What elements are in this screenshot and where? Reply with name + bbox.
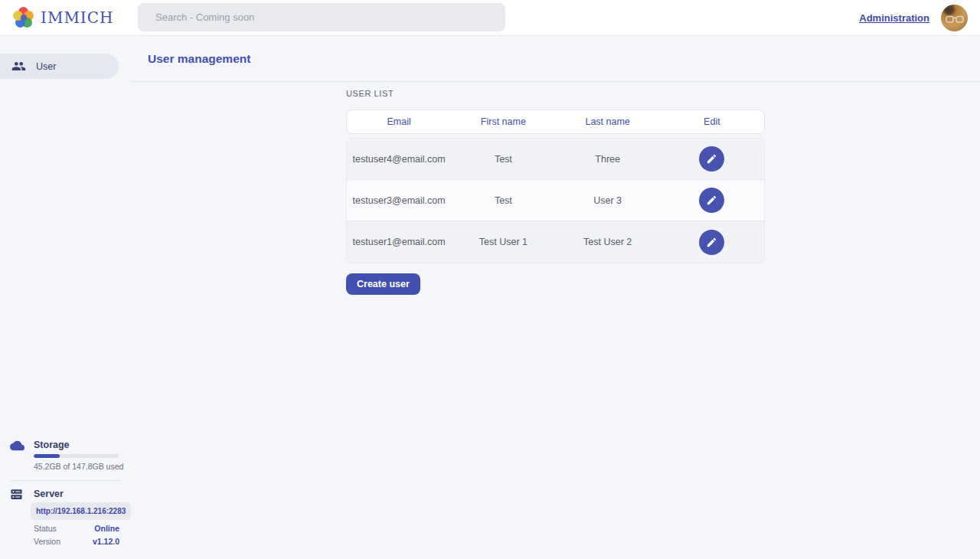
storage-progress-bar: [34, 454, 119, 458]
storage-progress-fill: [34, 454, 60, 458]
section-label: USER LIST: [346, 89, 394, 98]
user-email: testuser3@email.com: [347, 195, 451, 206]
admin-sidebar: User Storage 45.2GB of 147.8GB used S: [0, 36, 131, 559]
edit-user-button[interactable]: [699, 146, 724, 172]
server-status-row: Status Online: [34, 524, 119, 533]
column-header-email: Email: [347, 116, 451, 127]
status-value: Online: [94, 524, 119, 533]
glasses-icon: [946, 15, 964, 24]
user-first-name: Test: [451, 154, 555, 165]
top-bar: IMMICH Administration: [0, 0, 980, 36]
sidebar-item-user[interactable]: User: [0, 54, 119, 79]
table-row: testuser1@email.com Test User 1 Test Use…: [347, 221, 764, 263]
edit-cell: [660, 146, 764, 172]
table-row: testuser4@email.com Test Three: [347, 139, 764, 180]
server-title: Server: [34, 489, 64, 499]
users-icon: [11, 59, 26, 74]
pencil-icon: [706, 195, 717, 206]
sidebar-divider: [10, 480, 120, 481]
edit-user-button[interactable]: [699, 230, 724, 255]
user-table-header: Email First name Last name Edit: [346, 110, 765, 134]
server-url-badge: http://192.168.1.216:2283: [31, 502, 131, 520]
user-table: testuser4@email.com Test Three testuser3…: [346, 138, 765, 263]
column-header-first-name: First name: [451, 116, 555, 127]
server-url: http://192.168.1.216:2283: [36, 507, 126, 515]
column-header-edit: Edit: [660, 116, 764, 127]
brand-name: IMMICH: [41, 8, 114, 27]
table-row: testuser3@email.com Test User 3: [347, 180, 764, 221]
server-icon: [10, 488, 23, 504]
pencil-icon: [706, 153, 717, 165]
brand-home-link[interactable]: IMMICH: [0, 7, 114, 28]
version-value: v1.12.0: [93, 537, 119, 546]
immich-logo-icon: [13, 7, 34, 28]
column-header-last-name: Last name: [556, 116, 660, 127]
logo-center: [21, 15, 27, 21]
version-label: Version: [34, 537, 60, 546]
topbar-actions: Administration: [859, 0, 968, 36]
server-version-row: Version v1.12.0: [34, 537, 119, 546]
user-avatar[interactable]: [941, 5, 968, 31]
user-last-name: Test User 2: [556, 237, 660, 247]
storage-title: Storage: [34, 440, 70, 450]
user-email: testuser1@email.com: [347, 237, 451, 247]
cloud-icon: [10, 440, 24, 455]
sidebar-item-label: User: [36, 61, 56, 72]
user-last-name: User 3: [556, 195, 660, 206]
storage-usage-text: 45.2GB of 147.8GB used: [34, 462, 123, 471]
create-user-button[interactable]: Create user: [346, 273, 420, 295]
edit-cell: [660, 230, 764, 255]
search-input[interactable]: [138, 3, 505, 31]
user-email: testuser4@email.com: [347, 154, 451, 165]
edit-cell: [660, 188, 764, 213]
edit-user-button[interactable]: [699, 188, 724, 213]
administration-link[interactable]: Administration: [859, 12, 929, 24]
pencil-icon: [706, 237, 717, 248]
user-last-name: Three: [556, 154, 660, 165]
user-first-name: Test User 1: [451, 237, 555, 247]
user-first-name: Test: [451, 195, 555, 206]
status-label: Status: [34, 524, 57, 533]
page-header: User management: [131, 36, 980, 82]
page-title: User management: [148, 52, 250, 66]
